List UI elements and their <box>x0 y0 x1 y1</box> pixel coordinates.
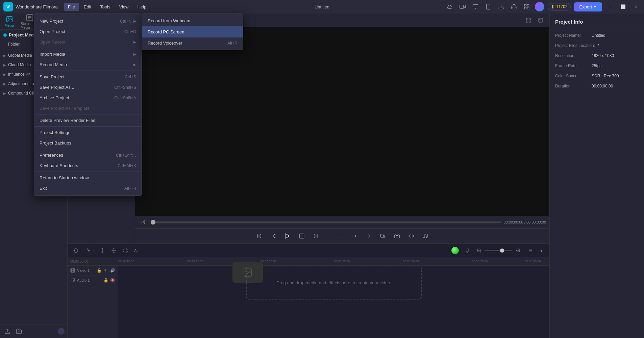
arrow-icon: ▶ <box>3 82 6 86</box>
collapse-sidebar-button[interactable]: ‹ <box>58 328 65 335</box>
zoom-thumb <box>500 249 504 253</box>
project-backups-menu-item[interactable]: Project Backups <box>34 138 142 148</box>
timeline-list-button[interactable] <box>525 246 535 255</box>
crop-button[interactable] <box>121 246 130 255</box>
mark-out-button[interactable] <box>349 231 360 241</box>
delete-render-menu-item[interactable]: Delete Preview Render Files <box>34 115 142 126</box>
points-badge[interactable]: ⬆ 11702 <box>548 3 570 10</box>
video-track-lock[interactable]: 🔒 <box>96 268 102 273</box>
return-startup-menu-item[interactable]: Return to Startup window <box>34 173 142 183</box>
project-info-title: Project Info <box>550 14 644 30</box>
play-button[interactable] <box>282 231 293 241</box>
green-indicator[interactable] <box>451 247 459 254</box>
ruler-label: 00:00:00:00 <box>68 257 118 266</box>
maximize-button[interactable]: ⬜ <box>618 2 628 11</box>
new-project-shortcut: Ctrl+N <box>120 19 131 24</box>
exit-menu-item[interactable]: Exit Alt+F4 <box>34 183 142 193</box>
keyboard-shortcuts-label: Keyboard Shortcuts <box>40 163 78 168</box>
menu-tools[interactable]: Tools <box>96 3 114 11</box>
timeline-tracks[interactable]: + Drag and drop media and effects here t… <box>118 266 549 300</box>
play-back-button[interactable] <box>268 231 279 241</box>
svg-line-51 <box>480 251 481 252</box>
zoom-out-button[interactable] <box>474 246 484 255</box>
create-folder-button[interactable] <box>14 327 24 336</box>
sidebar-label: Global Media <box>8 53 32 58</box>
video-track-volume[interactable]: 🔊 <box>110 268 115 273</box>
audio-track-lock[interactable]: 🔒 <box>103 278 108 283</box>
video-track-controls: 🔒 👁 🔊 <box>96 268 115 273</box>
zoom-slider[interactable] <box>485 250 512 251</box>
cloud-icon[interactable] <box>445 2 454 11</box>
camera-icon[interactable] <box>458 2 467 11</box>
headphones-icon[interactable] <box>509 2 519 11</box>
zoom-in-button[interactable] <box>514 246 523 255</box>
duration-label: Duration: <box>555 84 589 88</box>
keyboard-shortcuts-menu-item[interactable]: Keyboard Shortcuts Ctrl+Alt+K <box>34 160 142 171</box>
record-voiceover-shortcut: Alt+R <box>227 41 238 46</box>
grid-icon[interactable] <box>522 2 531 11</box>
undo-button[interactable] <box>71 246 80 255</box>
freeze-button[interactable] <box>109 246 119 255</box>
archive-project-label: Archive Project <box>40 95 69 100</box>
jump-back-button[interactable] <box>254 231 265 241</box>
split-button[interactable] <box>98 246 107 255</box>
new-project-label: New Project <box>40 19 63 24</box>
new-project-menu-item[interactable]: New Project Ctrl+N ▶ <box>34 16 142 26</box>
open-project-menu-item[interactable]: Open Project Ctrl+O <box>34 26 142 37</box>
save-project-as-menu-item[interactable]: Save Project As... Ctrl+Shift+S <box>34 82 142 93</box>
menu-help[interactable]: Help <box>133 3 150 11</box>
video-track-eye[interactable]: 👁 <box>103 268 108 273</box>
add-to-timeline-button[interactable] <box>363 231 374 241</box>
record-media-menu-item[interactable]: Record Media ▶ <box>34 59 142 70</box>
files-location-value: / <box>598 43 599 48</box>
timeline: AI <box>68 243 549 338</box>
redo-button[interactable] <box>82 246 92 255</box>
project-settings-menu-item[interactable]: Project Settings <box>34 127 142 138</box>
mic-button[interactable] <box>463 246 472 255</box>
preferences-menu-item[interactable]: Preferences Ctrl+Shift+, <box>34 150 142 160</box>
minimize-button[interactable]: ─ <box>605 2 615 11</box>
app-logo: W <box>3 2 13 11</box>
svg-marker-31 <box>143 220 145 224</box>
project-name-row: Project Name: Untitled <box>550 30 644 41</box>
grid-view-button[interactable] <box>524 16 533 25</box>
volume-button[interactable] <box>406 231 417 241</box>
record-screen-item[interactable]: Record PC Screen <box>142 26 243 37</box>
audio-settings-button[interactable] <box>420 231 431 241</box>
picture-in-picture-button[interactable] <box>377 231 388 241</box>
jump-forward-button[interactable] <box>311 231 321 241</box>
progress-slider-thumb[interactable] <box>151 220 155 225</box>
ruler-mark-20: 00:00:20:00 <box>261 260 277 263</box>
close-button[interactable]: ✕ <box>631 2 641 11</box>
user-avatar[interactable] <box>535 2 544 11</box>
save-project-menu-item[interactable]: Save Project Ctrl+S <box>34 72 142 82</box>
record-screen-label: Record PC Screen <box>148 29 184 34</box>
archive-project-menu-item[interactable]: Archive Project Ctrl+Shift+A <box>34 93 142 103</box>
progress-slider[interactable] <box>151 222 501 223</box>
project-name-label: Project Name: <box>555 33 589 38</box>
menu-view[interactable]: View <box>115 3 132 11</box>
mark-in-button[interactable] <box>335 231 346 241</box>
download-icon[interactable] <box>496 2 506 11</box>
export-button[interactable]: Export ▼ <box>574 2 602 11</box>
file-menu-section-2: Import Media ▶ Record Media ▶ <box>34 48 142 71</box>
image-view-button[interactable] <box>536 16 545 25</box>
menu-edit[interactable]: Edit <box>80 3 95 11</box>
stop-button[interactable] <box>296 231 307 241</box>
monitor-icon[interactable] <box>471 2 480 11</box>
svg-point-14 <box>8 18 9 19</box>
drop-zone[interactable]: Drag and drop media and effects here to … <box>246 266 422 300</box>
import-media-button[interactable] <box>3 327 12 336</box>
timeline-settings-button[interactable]: ▾ <box>537 246 546 255</box>
skip-back-button[interactable] <box>139 217 148 227</box>
phone-icon[interactable] <box>484 2 493 11</box>
record-webcam-item[interactable]: Record from Webcam <box>142 15 243 26</box>
screenshot-button[interactable] <box>392 231 402 241</box>
menu-file[interactable]: File <box>64 3 79 11</box>
ai-button[interactable]: AI <box>132 246 140 255</box>
tab-media[interactable]: Media <box>2 14 17 29</box>
ruler-mark-40: 00:00:40:00 <box>525 260 541 263</box>
import-media-menu-item[interactable]: Import Media ▶ <box>34 49 142 59</box>
record-voiceover-item[interactable]: Record Voiceover Alt+R <box>142 37 243 49</box>
audio-track-mute[interactable]: 🔇 <box>110 278 115 283</box>
